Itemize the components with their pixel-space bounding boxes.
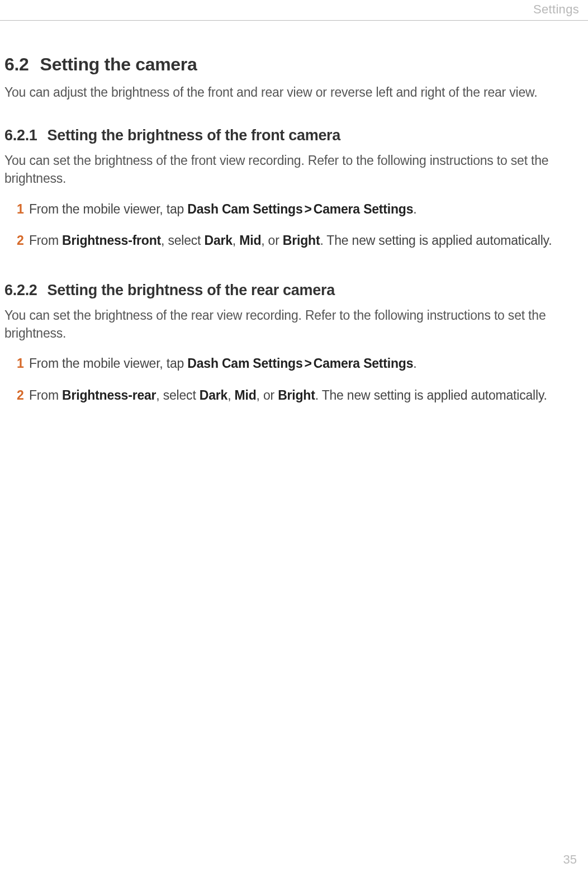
step-text: From the mobile viewer, tap Dash Cam Set…: [29, 200, 579, 218]
bold-text: Camera Settings: [314, 202, 414, 216]
step-text: From the mobile viewer, tap Dash Cam Set…: [29, 354, 579, 372]
page-header: Settings: [0, 0, 588, 21]
bold-text: Bright: [283, 233, 320, 248]
page-content: 6.2Setting the camera You can adjust the…: [0, 21, 588, 404]
bold-text: Brightness-rear: [62, 388, 156, 402]
text-run: , or: [257, 388, 278, 402]
bold-text: Brightness-front: [62, 233, 161, 248]
text-run: , or: [261, 233, 283, 248]
chevron-right-icon: >: [305, 200, 312, 218]
step-number: 1: [17, 200, 29, 218]
text-run: . The new setting is applied automatical…: [315, 388, 547, 402]
text-run: From the mobile viewer, tap: [29, 202, 187, 216]
bold-text: Dark: [205, 233, 233, 248]
bold-text: Camera Settings: [314, 356, 414, 371]
step-number: 1: [17, 354, 29, 372]
section-heading: 6.2Setting the camera: [4, 54, 579, 75]
subsection-2-desc: You can set the brightness of the rear v…: [4, 307, 579, 342]
bold-text: Dash Cam Settings: [187, 356, 302, 371]
text-run: ,: [233, 233, 239, 248]
step-text: From Brightness-rear, select Dark, Mid, …: [29, 386, 579, 404]
subsection-1-number: 6.2.1: [4, 127, 37, 144]
subsection-2-title: Setting the brightness of the rear camer…: [48, 282, 335, 298]
text-run: ,: [227, 388, 234, 402]
text-run: , select: [156, 388, 199, 402]
step-text: From Brightness-front, select Dark, Mid,…: [29, 231, 579, 249]
section-title: Setting the camera: [40, 54, 197, 74]
subsection-2-number: 6.2.2: [4, 282, 37, 299]
text-run: From: [29, 233, 62, 248]
bold-text: Dark: [200, 388, 227, 402]
subsection-1-heading: 6.2.1Setting the brightness of the front…: [4, 127, 579, 144]
text-run: From: [29, 388, 62, 402]
page-number: 35: [563, 852, 577, 867]
bold-text: Mid: [239, 233, 261, 248]
section-number: 6.2: [4, 54, 29, 75]
list-item: 1 From the mobile viewer, tap Dash Cam S…: [17, 354, 579, 372]
text-run: From the mobile viewer, tap: [29, 356, 187, 371]
text-run: , select: [161, 233, 204, 248]
bold-text: Mid: [235, 388, 257, 402]
bold-text: Dash Cam Settings: [187, 202, 302, 216]
text-run: . The new setting is applied automatical…: [320, 233, 552, 248]
bold-text: Bright: [278, 388, 315, 402]
subsection-2-steps: 1 From the mobile viewer, tap Dash Cam S…: [17, 354, 579, 404]
subsection-2-heading: 6.2.2Setting the brightness of the rear …: [4, 282, 579, 299]
list-item: 1 From the mobile viewer, tap Dash Cam S…: [17, 200, 579, 218]
subsection-1-title: Setting the brightness of the front came…: [48, 127, 340, 144]
chevron-right-icon: >: [305, 354, 312, 372]
step-number: 2: [17, 386, 29, 404]
text-run: .: [413, 202, 416, 216]
subsection-1-steps: 1 From the mobile viewer, tap Dash Cam S…: [17, 200, 579, 249]
list-item: 2 From Brightness-rear, select Dark, Mid…: [17, 386, 579, 404]
subsection-1-desc: You can set the brightness of the front …: [4, 152, 579, 187]
header-label: Settings: [533, 2, 579, 16]
list-item: 2 From Brightness-front, select Dark, Mi…: [17, 231, 579, 249]
step-number: 2: [17, 231, 29, 249]
text-run: .: [413, 356, 416, 371]
section-intro: You can adjust the brightness of the fro…: [4, 84, 579, 101]
